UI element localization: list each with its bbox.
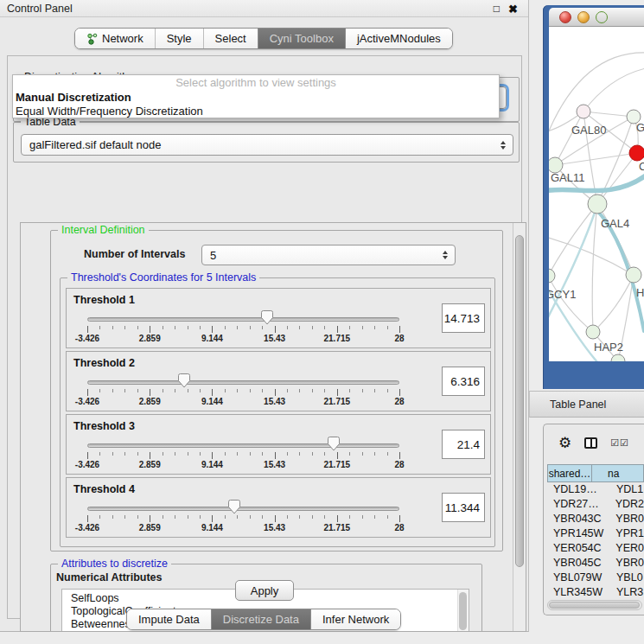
table-row[interactable]: YBR043CYBR0 xyxy=(547,512,644,526)
table-panel-bar[interactable]: Table Panel xyxy=(529,391,644,418)
table-data-combo[interactable]: galFiltered.sif default node xyxy=(21,134,513,156)
network-window-titlebar[interactable] xyxy=(549,8,644,27)
slider-ticks xyxy=(87,452,400,459)
network-node-label: GAL4 xyxy=(601,217,629,230)
table-row[interactable]: YBR045CYBR0 xyxy=(547,556,644,571)
checkbox-icons[interactable]: ☑☑ xyxy=(610,437,629,449)
settings-scrollbar-thumb[interactable] xyxy=(515,235,524,567)
slider-track[interactable] xyxy=(87,317,399,322)
table-row[interactable]: YPR145WYPR1 xyxy=(547,526,644,541)
tab-cyni-toolbox[interactable]: Cyni Toolbox xyxy=(258,29,345,48)
table-row[interactable]: YDR27…YDR2 xyxy=(547,497,644,512)
tab-discretize-data[interactable]: Discretize Data xyxy=(211,609,310,629)
network-edge[interactable] xyxy=(549,210,596,326)
table-panel-window: ⚙ ☑☑ shared…na YDL19…YDL1YDR27…YDR2YBR04… xyxy=(543,424,644,615)
table-column-header-na[interactable]: na xyxy=(592,464,644,482)
algorithm-popup: Select algorithm to view settings Manual… xyxy=(12,74,500,118)
algorithm-option-equal-width-frequency-discretization[interactable]: Equal Width/Frequency Discretization xyxy=(13,105,499,118)
combo-arrows-icon xyxy=(501,141,506,150)
slider-track[interactable] xyxy=(87,507,399,511)
float-window-icon[interactable]: □ xyxy=(494,3,500,14)
network-node-label: GAL11 xyxy=(551,171,585,184)
network-edge[interactable] xyxy=(592,204,597,332)
threshold-label: Threshold 4 xyxy=(73,483,135,495)
tab-network[interactable]: Network xyxy=(75,29,155,48)
cell-shared-name: YPR145W xyxy=(547,526,611,541)
columns-icon[interactable] xyxy=(584,437,597,449)
tick-label: 21.715 xyxy=(324,397,351,406)
tab-infer-network[interactable]: Infer Network xyxy=(310,609,400,629)
network-canvas[interactable]: GAL80GACGAL11GAL4GCY1HHAP2 xyxy=(549,27,644,361)
window-title: Control Panel xyxy=(7,3,73,15)
network-node-c[interactable] xyxy=(629,145,644,161)
apply-button[interactable]: Apply xyxy=(235,580,294,601)
network-node-h[interactable] xyxy=(626,267,641,283)
tab-select[interactable]: Select xyxy=(203,29,258,48)
tab-jactivemnodules[interactable]: jActiveMNodules xyxy=(345,29,452,48)
network-node-label: GCY1 xyxy=(549,288,576,301)
table-row[interactable]: YLR345WYLR3 xyxy=(547,585,644,598)
threshold-panel-3: Threshold 3-3.4262.8599.14415.4321.71528… xyxy=(66,414,491,475)
network-node-gal4[interactable] xyxy=(588,194,607,214)
cell-shared-name: YDR27… xyxy=(547,497,611,512)
tab-style[interactable]: Style xyxy=(155,29,203,48)
algorithm-option-manual-discretization[interactable]: Manual Discretization xyxy=(13,91,499,105)
window-controls xyxy=(559,11,608,23)
cell-shared-name: YDL19… xyxy=(547,482,612,497)
network-node-hap2[interactable] xyxy=(586,325,600,339)
tab-label: Impute Data xyxy=(138,613,200,626)
list-scrollbar-thumb[interactable] xyxy=(459,592,467,630)
cell-shared-name: YLR345W xyxy=(547,585,612,598)
threshold-value-field[interactable]: 11.344 xyxy=(442,493,485,522)
table-hscrollbar-thumb[interactable] xyxy=(549,602,640,609)
number-of-intervals-combo[interactable]: 5 xyxy=(201,245,456,265)
threshold-label: Threshold 3 xyxy=(73,420,135,432)
tick-label: 15.43 xyxy=(264,460,285,469)
screen: Control Panel □ ✖ NetworkStyleSelectCyni… xyxy=(0,0,644,644)
mac-close-icon[interactable] xyxy=(559,11,571,23)
cell-shared-name: YBL079W xyxy=(547,571,612,585)
network-edge[interactable] xyxy=(593,275,634,332)
settings-scrollbar[interactable] xyxy=(513,223,526,631)
threshold-slider[interactable]: -3.4262.8599.14415.4321.71528 xyxy=(87,437,399,472)
mac-minimize-icon[interactable] xyxy=(577,11,590,23)
cell-shared-name: YER054C xyxy=(547,541,611,556)
table-hscrollbar[interactable] xyxy=(547,600,642,610)
table-row[interactable]: YER054CYER0 xyxy=(547,541,644,556)
threshold-value-field[interactable]: 14.713 xyxy=(442,303,485,333)
network-node-label: HAP2 xyxy=(594,341,623,354)
number-of-intervals-value: 5 xyxy=(210,249,216,262)
tick-label: 9.144 xyxy=(201,523,223,532)
table-row[interactable]: YBL079WYBL0 xyxy=(547,571,644,585)
top-tab-bar: NetworkStyleSelectCyni ToolboxjActiveMNo… xyxy=(74,28,453,49)
slider-track[interactable] xyxy=(87,380,399,385)
network-node-gal80[interactable] xyxy=(577,105,590,118)
network-edge[interactable] xyxy=(549,236,634,275)
close-icon[interactable]: ✖ xyxy=(508,3,518,15)
tab-label: Select xyxy=(215,32,246,45)
threshold-slider[interactable]: -3.4262.8599.14415.4321.71528 xyxy=(87,501,399,535)
tick-label: 28 xyxy=(394,334,404,343)
mac-zoom-icon[interactable] xyxy=(596,11,608,23)
attributes-legend: Attributes to discretize xyxy=(58,558,171,570)
threshold-slider[interactable]: -3.4262.8599.14415.4321.71528 xyxy=(87,311,399,346)
cell-name: YER0 xyxy=(611,541,644,556)
network-node-gcy1[interactable] xyxy=(549,269,555,283)
gear-icon[interactable]: ⚙ xyxy=(558,436,571,450)
network-edge[interactable] xyxy=(555,153,637,165)
network-edge[interactable] xyxy=(583,112,634,117)
tab-impute-data[interactable]: Impute Data xyxy=(127,609,211,629)
cell-shared-name: YBR043C xyxy=(547,512,611,526)
threshold-slider[interactable]: -3.4262.8599.14415.4321.71528 xyxy=(87,374,399,409)
table-column-header-shared[interactable]: shared… xyxy=(547,464,592,482)
network-edge[interactable] xyxy=(555,112,583,165)
threshold-value-field[interactable]: 6.316 xyxy=(442,367,485,396)
slider-track[interactable] xyxy=(87,443,399,448)
control-panel-titlebar[interactable]: Control Panel □ ✖ xyxy=(0,0,528,17)
cell-name: YBR0 xyxy=(611,512,644,526)
network-edge[interactable] xyxy=(583,68,644,112)
network-icon xyxy=(86,33,98,45)
table-row[interactable]: YDL19…YDL1 xyxy=(547,482,644,497)
threshold-value-field[interactable]: 21.4 xyxy=(442,430,485,459)
slider-tick-labels: -3.4262.8599.14415.4321.71528 xyxy=(87,334,399,344)
